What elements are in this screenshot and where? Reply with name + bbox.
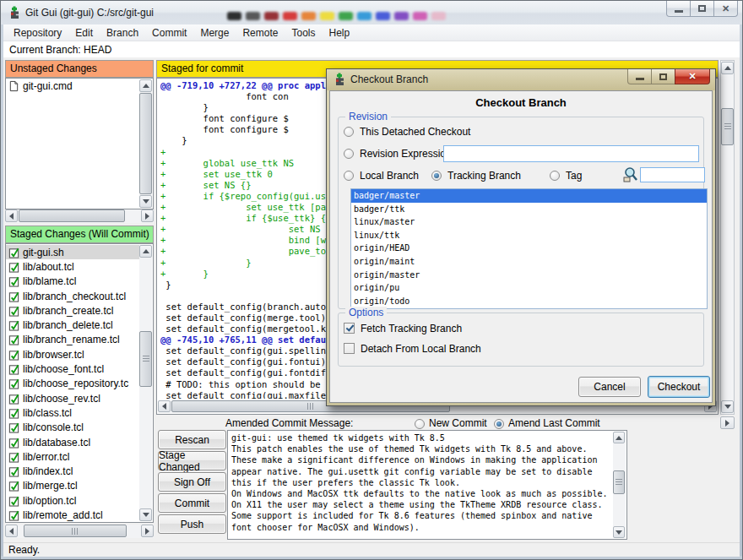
staged-file-row[interactable]: lib/index.tcl	[6, 464, 139, 478]
detached-checkout-radio[interactable]	[344, 127, 354, 137]
scroll-thumb[interactable]	[613, 470, 625, 494]
staged-file-row[interactable]: lib/choose_font.tcl	[6, 362, 139, 376]
branch-row[interactable]: badger/ttk	[351, 203, 707, 216]
dialog-title-bar[interactable]: Checkout Branch ✕	[327, 69, 715, 90]
commit-message-line: git-gui: use themed tk widgets with Tk 8…	[231, 433, 611, 444]
diff-hscroll-right-button[interactable]	[720, 416, 735, 429]
local-branch-radio[interactable]	[344, 171, 354, 181]
staged-file-row[interactable]: lib/console.tcl	[6, 421, 139, 435]
scroll-up-button[interactable]	[139, 79, 152, 92]
staged-file-row[interactable]: lib/about.tcl	[6, 259, 139, 274]
branch-row[interactable]: origin/pu	[351, 281, 707, 295]
revision-expression-radio[interactable]	[344, 149, 354, 159]
rescan-button[interactable]: Rescan	[158, 430, 226, 449]
staged-file-row[interactable]: lib/branch_rename.tcl	[6, 333, 139, 347]
commit-message-box[interactable]: git-gui: use themed tk widgets with Tk 8…	[227, 430, 627, 540]
tracking-branch-radio[interactable]	[431, 171, 442, 181]
title-bar[interactable]: Git Gui (git-gui) C:/src/git-gui ✕	[1, 1, 742, 24]
staged-file-row[interactable]: lib/branch_create.tcl	[6, 303, 139, 318]
branch-row[interactable]: origin/todo	[351, 295, 707, 308]
branch-list: badger/masterbadger/ttklinux/masterlinux…	[350, 188, 708, 309]
detach-from-local-branch-label: Detach From Local Branch	[361, 343, 481, 355]
dialog-close-button[interactable]: ✕	[675, 69, 710, 84]
menu-item[interactable]: Tools	[285, 24, 322, 41]
close-button[interactable]: ✕	[713, 1, 738, 17]
scroll-thumb[interactable]	[139, 331, 152, 387]
scroll-up-button[interactable]	[721, 62, 734, 74]
staged-file-row[interactable]: lib/choose_repository.tc	[6, 377, 139, 391]
staged-file-row[interactable]: lib/database.tcl	[6, 435, 139, 449]
commit-button[interactable]: Commit	[158, 493, 226, 513]
minimize-button[interactable]	[666, 1, 691, 17]
staged-file-row[interactable]: lib/merge.tcl	[6, 479, 139, 493]
menu-item[interactable]: Help	[322, 24, 356, 41]
menu-item[interactable]: Repository	[7, 24, 68, 41]
menu-item[interactable]: Merge	[193, 24, 236, 41]
staged-file-row[interactable]: lib/blame.tcl	[6, 275, 139, 289]
detach-from-local-branch-checkbox[interactable]	[344, 343, 355, 354]
swatch	[357, 12, 372, 20]
staged-checkbox-icon	[8, 334, 19, 345]
menu-item[interactable]: Remote	[236, 24, 285, 41]
staged-file-row[interactable]: lib/remote_add.tcl	[6, 508, 139, 521]
scroll-left-button[interactable]	[5, 525, 18, 537]
staged-file-row[interactable]: lib/error.tcl	[6, 449, 139, 464]
maximize-button[interactable]	[690, 1, 714, 17]
checkout-button[interactable]: Checkout	[648, 376, 710, 398]
revision-expression-input[interactable]	[443, 145, 699, 162]
staged-checkbox-icon	[8, 363, 19, 375]
branch-row[interactable]: origin/maint	[351, 255, 707, 269]
scroll-thumb[interactable]	[19, 209, 125, 222]
branch-row[interactable]: badger/master	[351, 189, 707, 203]
scroll-down-button[interactable]	[721, 400, 734, 413]
new-commit-radio[interactable]	[415, 419, 425, 429]
options-groupbox: Options Fetch Tracking Branch Detach Fro…	[338, 313, 704, 367]
menu-item[interactable]: Branch	[100, 24, 145, 41]
dialog-minimize-button[interactable]	[627, 69, 652, 84]
current-branch-label: Current Branch: HEAD	[9, 44, 111, 56]
menu-item[interactable]: Commit	[145, 24, 193, 41]
scroll-down-button[interactable]	[139, 195, 152, 208]
staged-file-row[interactable]: lib/branch_checkout.tcl	[6, 289, 139, 303]
branch-row[interactable]: origin/HEAD	[351, 242, 707, 255]
staged-file-row[interactable]: lib/class.tcl	[6, 405, 139, 420]
dialog-maximize-button[interactable]	[651, 69, 675, 84]
tag-radio[interactable]	[550, 171, 560, 181]
staged-file-row[interactable]: lib/branch_delete.tcl	[6, 318, 139, 332]
scroll-up-button[interactable]	[139, 245, 152, 258]
scroll-thumb[interactable]	[24, 525, 127, 537]
scroll-thumb[interactable]	[139, 93, 152, 194]
cancel-button[interactable]: Cancel	[578, 377, 641, 397]
staged-file-row[interactable]: git-gui.sh	[6, 245, 139, 259]
staged-file-row[interactable]: lib/choose_rev.tcl	[6, 391, 139, 405]
unstaged-file-row[interactable]: git-gui.cmd	[6, 79, 139, 93]
scroll-up-button[interactable]	[613, 432, 625, 443]
branch-row[interactable]: linux/master	[351, 215, 707, 229]
scroll-down-button[interactable]	[613, 526, 625, 538]
menu-item[interactable]: Edit	[68, 24, 100, 41]
swatch	[227, 12, 241, 20]
fetch-tracking-branch-checkbox[interactable]	[344, 323, 355, 334]
scroll-right-button[interactable]	[141, 209, 154, 222]
staged-checkbox-icon	[8, 437, 19, 449]
scroll-thumb[interactable]	[721, 108, 734, 145]
commit-message-vscrollbar	[613, 432, 626, 538]
branch-row[interactable]: origin/master	[351, 269, 707, 282]
staged-checkbox-icon	[8, 495, 19, 507]
staged-file-row[interactable]: lib/option.tcl	[6, 493, 139, 508]
branch-row[interactable]: linux/ttk	[351, 229, 707, 242]
branch-filter-input[interactable]	[640, 167, 705, 182]
scroll-left-button[interactable]	[5, 209, 18, 222]
amend-last-commit-radio[interactable]	[494, 419, 504, 429]
stage-changed-button[interactable]: Stage Changed	[158, 451, 226, 470]
scroll-left-button[interactable]	[158, 400, 171, 412]
scroll-down-button[interactable]	[139, 508, 152, 521]
tracking-branch-label: Tracking Branch	[447, 170, 521, 182]
staged-checkbox-icon	[8, 407, 19, 419]
staged-file-row[interactable]: lib/browser.tcl	[6, 347, 139, 362]
push-button[interactable]: Push	[158, 514, 226, 534]
sign-off-button[interactable]: Sign Off	[158, 472, 226, 492]
scroll-right-button[interactable]	[141, 525, 154, 537]
staged-files-rows: git-gui.sh lib/about.tcl lib/blame	[6, 245, 139, 521]
swatch	[376, 12, 390, 20]
